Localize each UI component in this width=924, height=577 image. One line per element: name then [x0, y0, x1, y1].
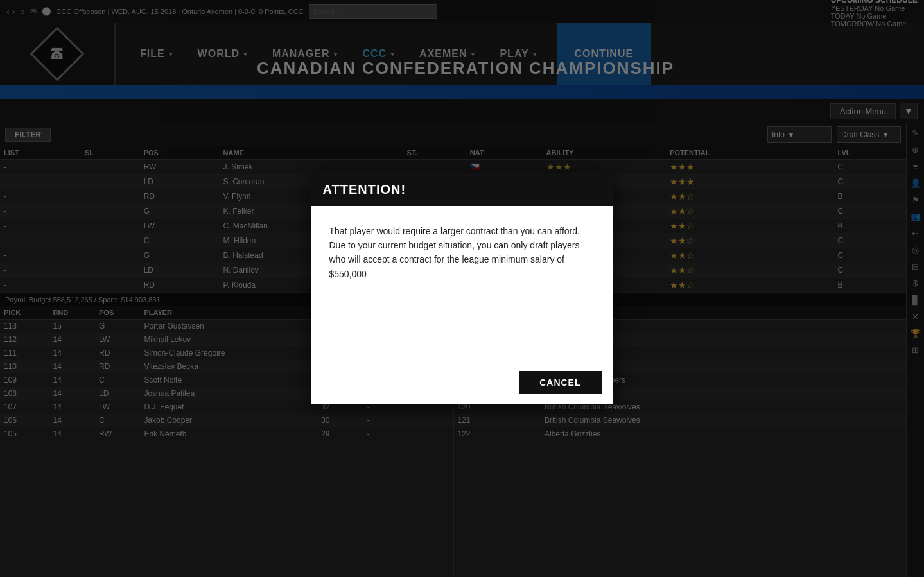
cancel-button[interactable]: CANCEL: [519, 371, 601, 394]
modal-footer: CANCEL: [311, 361, 613, 404]
modal-body: That player would require a larger contr…: [311, 206, 613, 361]
modal-overlay: ATTENTION! That player would require a l…: [0, 0, 924, 577]
modal-header: ATTENTION!: [311, 173, 613, 206]
modal-title: ATTENTION!: [323, 182, 406, 196]
modal-message: That player would require a larger contr…: [329, 224, 595, 282]
attention-modal: ATTENTION! That player would require a l…: [311, 173, 613, 404]
